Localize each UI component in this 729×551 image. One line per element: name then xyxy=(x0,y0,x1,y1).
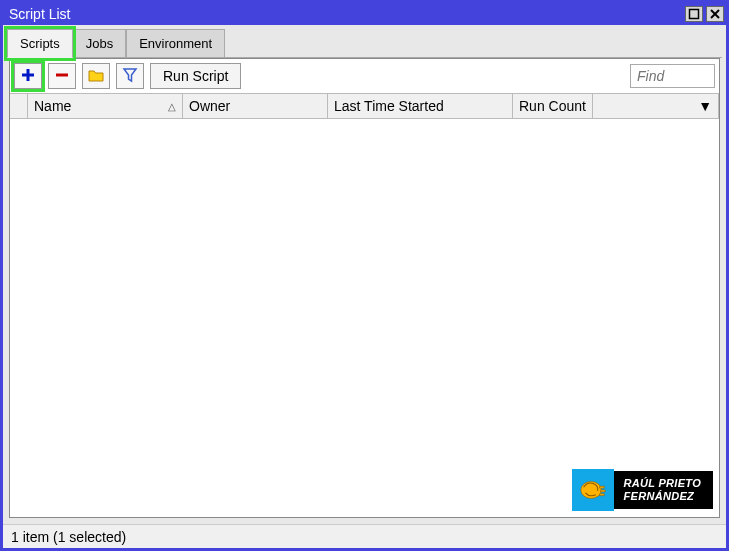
watermark-line2: FERNÁNDEZ xyxy=(624,490,701,503)
chevron-down-icon: ▼ xyxy=(698,98,712,114)
filter-button[interactable] xyxy=(116,63,144,89)
watermark-logo xyxy=(572,469,614,511)
script-list-window: Script List Scripts Jobs Environment xyxy=(0,0,729,551)
titlebar: Script List xyxy=(3,3,726,25)
watermark-text: RAÚL PRIETO FERNÁNDEZ xyxy=(614,471,713,509)
main-panel: Run Script Name △ Owner Last Time Starte… xyxy=(9,58,720,518)
column-header-name[interactable]: Name △ xyxy=(28,94,183,118)
toolbar: Run Script xyxy=(10,59,719,93)
column-header-last-time[interactable]: Last Time Started xyxy=(328,94,513,118)
tab-label: Jobs xyxy=(86,36,113,51)
tab-jobs[interactable]: Jobs xyxy=(73,29,126,58)
add-button[interactable] xyxy=(14,63,42,89)
plus-icon xyxy=(20,67,36,86)
table-header: Name △ Owner Last Time Started Run Count… xyxy=(10,93,719,119)
window-title: Script List xyxy=(9,6,70,22)
find-input[interactable] xyxy=(630,64,715,88)
folder-icon xyxy=(88,67,104,86)
minus-icon xyxy=(54,67,70,86)
tab-environment[interactable]: Environment xyxy=(126,29,225,58)
sort-asc-icon: △ xyxy=(168,101,176,112)
open-folder-button[interactable] xyxy=(82,63,110,89)
close-button[interactable] xyxy=(706,6,724,22)
watermark: RAÚL PRIETO FERNÁNDEZ xyxy=(572,469,713,511)
table-body: RAÚL PRIETO FERNÁNDEZ xyxy=(10,119,719,517)
run-script-button[interactable]: Run Script xyxy=(150,63,241,89)
status-bar: 1 item (1 selected) xyxy=(3,524,726,548)
column-header-menu[interactable]: ▼ xyxy=(593,94,719,118)
svg-rect-0 xyxy=(690,10,699,19)
watermark-line1: RAÚL PRIETO xyxy=(624,477,701,490)
tab-scripts[interactable]: Scripts xyxy=(7,29,73,58)
tab-bar: Scripts Jobs Environment xyxy=(3,25,726,58)
column-label: Name xyxy=(34,98,71,114)
row-selector-header[interactable] xyxy=(10,94,28,118)
status-text: 1 item (1 selected) xyxy=(11,529,126,545)
tab-label: Scripts xyxy=(20,36,60,51)
column-header-owner[interactable]: Owner xyxy=(183,94,328,118)
remove-button[interactable] xyxy=(48,63,76,89)
tab-label: Environment xyxy=(139,36,212,51)
filter-icon xyxy=(122,67,138,86)
maximize-button[interactable] xyxy=(685,6,703,22)
column-header-run-count[interactable]: Run Count xyxy=(513,94,593,118)
